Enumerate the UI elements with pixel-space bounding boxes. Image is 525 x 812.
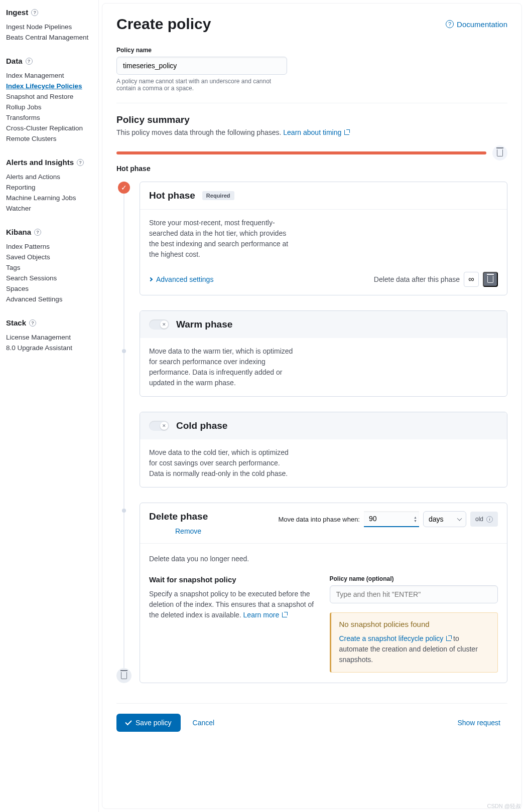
warm-phase-toggle[interactable] [149, 319, 169, 330]
warm-phase-title: Warm phase [176, 319, 232, 330]
move-data-unit-select[interactable]: days [423, 511, 466, 527]
wait-snapshot-title: Wait for snapshot policy [149, 575, 318, 584]
policy-summary-title: Policy summary [116, 114, 507, 125]
sidebar-item[interactable]: Cross-Cluster Replication [6, 123, 98, 133]
sidebar-section-title: Alerts and Insights? [6, 156, 98, 169]
policy-name-label: Policy name [116, 47, 507, 54]
callout-text: Create a snapshot lifecycle policy to au… [339, 633, 490, 665]
help-icon[interactable]: ? [26, 58, 33, 65]
learn-more-link[interactable]: Learn more [243, 611, 287, 619]
move-data-label: Move data into phase when: [278, 516, 360, 523]
sidebar-item[interactable]: Beats Central Management [6, 32, 98, 43]
watermark: CSDN @轻叔 [487, 802, 521, 810]
sidebar-item[interactable]: Watcher [6, 203, 98, 214]
sidebar-item[interactable]: Rollup Jobs [6, 102, 98, 112]
delete-after-row: Delete data after this phase ∞ [374, 272, 498, 287]
delete-phase-card: Delete phase Remove Move data into phase… [140, 503, 507, 683]
cold-phase-dot [122, 509, 126, 513]
delete-phase-desc: Delete data you no longer need. [149, 554, 498, 564]
policy-name-input[interactable] [116, 57, 287, 75]
move-data-value-input[interactable] [364, 511, 419, 527]
learn-timing-link[interactable]: Learn about timing [283, 128, 349, 136]
sidebar-item[interactable]: License Management [6, 332, 98, 343]
warm-phase-dot [122, 349, 126, 353]
external-link-icon [282, 612, 287, 617]
cancel-button[interactable]: Cancel [186, 714, 222, 732]
delete-phase-dot [116, 668, 132, 683]
help-icon: ? [446, 20, 454, 28]
cold-phase-title: Cold phase [176, 420, 227, 431]
check-icon [125, 719, 132, 725]
sidebar-item[interactable]: Index Lifecycle Policies [6, 81, 98, 91]
info-icon[interactable]: i [486, 516, 493, 523]
advanced-settings-link[interactable]: Advanced settings [149, 275, 213, 283]
sidebar-item[interactable]: Saved Objects [6, 252, 98, 262]
hot-phase-dot: ✓ [118, 182, 130, 194]
help-icon[interactable]: ? [34, 229, 41, 236]
timeline-column: ✓ [116, 182, 132, 683]
stepper-icon[interactable]: ▲▼ [414, 516, 417, 523]
snapshot-policy-label: Policy name (optional) [330, 575, 498, 582]
sidebar-item[interactable]: Ingest Node Pipelines [6, 22, 98, 32]
required-badge: Required [202, 191, 234, 200]
timeline-bar [116, 151, 486, 154]
sidebar-item[interactable]: Tags [6, 262, 98, 273]
chevron-right-icon [149, 277, 153, 281]
warm-phase-card: Warm phase Move data to the warm tier, w… [140, 310, 507, 397]
help-icon[interactable]: ? [77, 159, 84, 166]
sidebar-item[interactable]: Advanced Settings [6, 294, 98, 304]
sidebar-section-title: Data? [6, 55, 98, 67]
trash-icon [497, 149, 503, 156]
old-badge: old i [470, 512, 498, 527]
documentation-link[interactable]: ? Documentation [446, 20, 507, 29]
callout-title: No snapshot policies found [339, 620, 490, 628]
sidebar-item[interactable]: Search Sessions [6, 273, 98, 283]
sidebar-section-title: Ingest? [6, 6, 98, 19]
delete-phase-title: Delete phase [149, 511, 208, 522]
trash-icon [121, 672, 127, 679]
sidebar-item[interactable]: Reporting [6, 182, 98, 193]
sidebar-item[interactable]: Index Management [6, 70, 98, 81]
sidebar: Ingest?Ingest Node PipelinesBeats Centra… [0, 0, 99, 812]
page-footer: Save policy Cancel Show request [116, 703, 507, 732]
save-policy-button[interactable]: Save policy [116, 714, 181, 732]
documentation-label: Documentation [457, 20, 507, 29]
cold-phase-card: Cold phase Move data to the cold tier, w… [140, 412, 507, 488]
hot-phase-title: Hot phase [149, 190, 195, 201]
sidebar-item[interactable]: Snapshot and Restore [6, 91, 98, 102]
help-icon[interactable]: ? [31, 9, 38, 16]
timeline-delete-button[interactable] [492, 145, 507, 160]
snapshot-policy-input[interactable] [330, 585, 498, 603]
create-snapshot-policy-link[interactable]: Create a snapshot lifecycle policy [339, 634, 452, 642]
external-link-icon [446, 636, 451, 641]
external-link-icon [344, 130, 349, 135]
sidebar-section-title: Stack? [6, 316, 98, 329]
policy-name-help: A policy name cannot start with an under… [116, 78, 287, 92]
sidebar-item[interactable]: 8.0 Upgrade Assistant [6, 343, 98, 353]
help-icon[interactable]: ? [29, 319, 36, 327]
sidebar-item[interactable]: Alerts and Actions [6, 172, 98, 182]
infinity-button[interactable]: ∞ [464, 272, 479, 287]
sidebar-item[interactable]: Machine Learning Jobs [6, 193, 98, 203]
delete-after-trash-button[interactable] [483, 272, 498, 287]
sidebar-item[interactable]: Transforms [6, 112, 98, 123]
sidebar-item[interactable]: Remote Clusters [6, 133, 98, 144]
wait-snapshot-desc: Specify a snapshot policy to be executed… [149, 589, 318, 620]
warm-phase-desc: Move data to the warm tier, which is opt… [149, 346, 295, 388]
policy-summary-sub: This policy moves data through the follo… [116, 128, 507, 136]
snapshot-callout: No snapshot policies found Create a snap… [330, 612, 498, 673]
sidebar-item[interactable]: Spaces [6, 283, 98, 294]
show-request-button[interactable]: Show request [450, 714, 507, 732]
trash-icon [487, 276, 493, 283]
cold-phase-toggle[interactable] [149, 421, 169, 431]
remove-link[interactable]: Remove [175, 527, 208, 535]
hot-phase-label: Hot phase [116, 165, 507, 173]
hot-phase-card: Hot phase Required Store your most-recen… [140, 182, 507, 295]
page-title: Create policy [116, 16, 211, 33]
main-content: Create policy ? Documentation Policy nam… [102, 3, 522, 809]
sidebar-item[interactable]: Index Patterns [6, 241, 98, 252]
sidebar-section-title: Kibana? [6, 226, 98, 238]
hot-phase-desc: Store your most-recent, most frequently-… [149, 218, 295, 260]
cold-phase-desc: Move data to the cold tier, which is opt… [149, 447, 295, 479]
